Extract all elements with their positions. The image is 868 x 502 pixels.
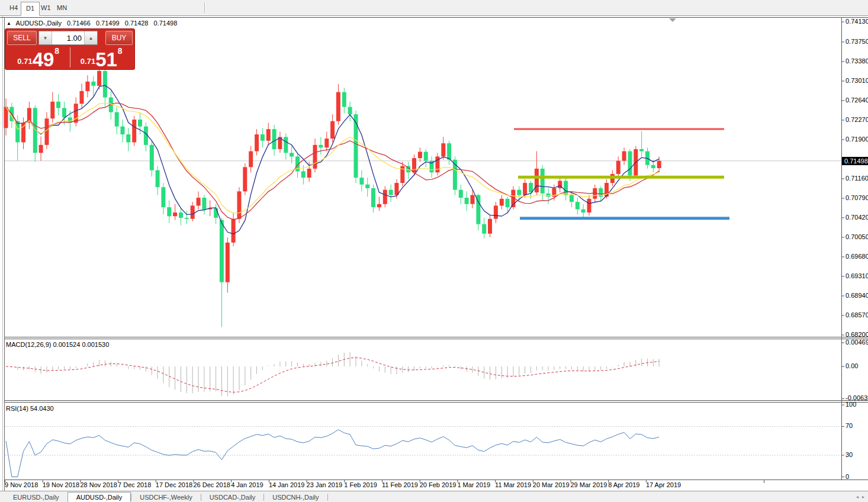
- chart-tab-usdcad[interactable]: USDCAD-,Daily: [201, 493, 264, 502]
- price-axis-label: 0.68570: [846, 311, 868, 318]
- price-axis-label: 0.72640: [846, 96, 868, 104]
- price-axis-label: 0.70790: [846, 194, 868, 201]
- chart-symbol-header: ▲ AUDUSD-,Daily 0.71466 0.71499 0.71428 …: [7, 20, 177, 27]
- price-axis-label: 0.74130: [846, 18, 868, 25]
- buy-price-base: 0.71: [81, 57, 95, 66]
- rsi-axis-label: 0: [846, 473, 849, 480]
- sell-price-pips: 49: [33, 52, 54, 68]
- volume-increase-button[interactable]: ▴: [84, 31, 97, 44]
- mt4-chart-window: H4D1W1MN ▲ AUDUSD-,Daily 0.71466 0.71499…: [0, 0, 868, 502]
- time-axis-label: 23 Jan 2019: [307, 481, 343, 488]
- chart-tab-bar: EURUSD-,DailyAUDUSD-,DailyUSDCHF-,Weekly…: [0, 491, 868, 502]
- symbol-label: AUDUSD-,Daily: [15, 20, 62, 27]
- rsi-label: RSI(14) 54.0430: [6, 405, 54, 412]
- sell-button[interactable]: SELL: [7, 31, 37, 45]
- arrow-up-icon: ▴: [89, 35, 92, 41]
- price-axis-label: 0.72270: [846, 116, 868, 123]
- time-axis-label: 14 Jan 2019: [269, 481, 305, 488]
- time-axis-label: 17 Apr 2019: [646, 481, 681, 488]
- price-axis-label: 0.73010: [846, 77, 868, 84]
- macd-label: MACD(12,26,9) 0.001524 0.001530: [6, 341, 109, 348]
- scroll-tabs-right-button[interactable]: ▸: [862, 494, 864, 500]
- ohlc-close: 0.71498: [154, 20, 178, 27]
- price-axis-label: 0.68940: [846, 292, 868, 299]
- chart-tab-usdchf[interactable]: USDCHF-,Weekly: [131, 493, 200, 502]
- sell-price-point: 8: [54, 46, 59, 56]
- time-axis-label: 1 Mar 2019: [457, 481, 490, 488]
- price-axis-label: 0.70050: [846, 233, 868, 240]
- time-axis-label: 9 Nov 2018: [5, 481, 38, 488]
- price-axis-label: 0.70420: [846, 214, 868, 221]
- price-axis-label: 0.69310: [846, 272, 868, 279]
- ohlc-open: 0.71466: [67, 20, 91, 27]
- current-price-tag: 0.71498: [842, 157, 868, 165]
- time-axis-label: 1 Feb 2019: [344, 481, 377, 488]
- price-axis-label: 0.69680: [846, 253, 868, 260]
- time-axis-label: 11 Feb 2019: [382, 481, 418, 488]
- time-axis-label: 20 Feb 2019: [420, 481, 456, 488]
- macd-axis-label: 0.00: [846, 362, 858, 369]
- price-axis-label: 0.68200: [846, 331, 868, 338]
- price-axis-label: 0.73750: [846, 38, 868, 45]
- time-axis-label: 11 Mar 2019: [495, 481, 531, 488]
- buy-price-box[interactable]: 0.71518: [70, 46, 133, 69]
- rsi-axis-label: 100: [846, 401, 856, 408]
- time-axis-label: 4 Jan 2019: [231, 481, 263, 488]
- ohlc-high: 0.71499: [96, 20, 120, 27]
- macd-plot-area[interactable]: [5, 339, 841, 401]
- time-axis-label: 19 Nov 2018: [43, 481, 79, 488]
- time-axis-label: 29 Mar 2019: [571, 481, 607, 488]
- rsi-plot-area[interactable]: [5, 402, 841, 480]
- chart-tab-usdcnh[interactable]: USDCNH-,Daily: [264, 493, 327, 502]
- volume-input[interactable]: [52, 31, 84, 44]
- buy-price-pips: 51: [95, 52, 117, 68]
- rsi-axis-label: 70: [846, 422, 853, 429]
- scroll-tabs-left-button[interactable]: ◂: [856, 494, 859, 500]
- tab-separator: [327, 494, 328, 501]
- rsi-axis-label: 30: [846, 451, 853, 458]
- buy-button[interactable]: BUY: [105, 31, 133, 45]
- ohlc-low: 0.71428: [125, 20, 149, 27]
- chart-tab-eurusd[interactable]: EURUSD-,Daily: [5, 493, 67, 502]
- price-axis-label: 0.71900: [846, 136, 868, 143]
- time-axis-label: 7 Dec 2018: [118, 481, 151, 488]
- arrow-down-icon: ▾: [44, 35, 47, 41]
- one-click-trading-panel: SELL ▾ ▴ BUY 0.71498 0.71518: [5, 28, 135, 70]
- time-axis-label: 17 Dec 2018: [156, 481, 192, 488]
- chart-tab-audusd[interactable]: AUDUSD-,Daily: [67, 492, 131, 502]
- sell-price-base: 0.71: [17, 57, 32, 66]
- volume-stepper: ▾ ▴: [38, 31, 98, 45]
- price-axis-label: 0.73380: [846, 57, 868, 65]
- time-axis-label: 28 Nov 2018: [80, 481, 117, 488]
- time-axis-label: 26 Dec 2018: [194, 481, 230, 488]
- buy-price-point: 8: [118, 46, 123, 56]
- time-axis-label: 8 Apr 2019: [608, 481, 639, 488]
- collapse-triangle-icon[interactable]: ▲: [7, 21, 11, 26]
- macd-axis-label: 0.004694: [846, 339, 868, 346]
- time-axis-label: 20 Mar 2019: [533, 481, 570, 488]
- sell-price-box[interactable]: 0.71498: [7, 46, 70, 69]
- price-axis-label: 0.71160: [846, 175, 868, 182]
- volume-decrease-button[interactable]: ▾: [39, 31, 52, 44]
